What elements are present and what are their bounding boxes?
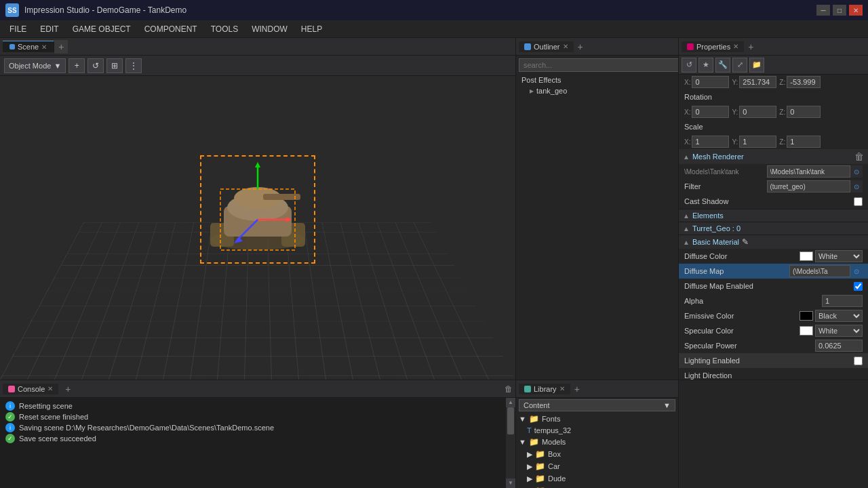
- library-item-dude[interactable]: ▶ 📁 Dude: [516, 472, 678, 485]
- emissive-color-swatch[interactable]: [800, 311, 813, 321]
- rot-z-input[interactable]: 0: [787, 106, 821, 118]
- props-icon-star[interactable]: ★: [698, 58, 713, 73]
- model-input[interactable]: [768, 168, 835, 176]
- diffuse-map-target-btn[interactable]: ⊙: [850, 265, 863, 277]
- vp-grid-btn[interactable]: ⋮: [125, 58, 142, 73]
- menu-tools[interactable]: TOOLS: [204, 23, 245, 35]
- scale-x-input[interactable]: 1: [692, 136, 729, 148]
- tab-outliner[interactable]: Outliner ✕: [519, 41, 574, 52]
- rot-y-input[interactable]: 0: [739, 106, 776, 118]
- menubar: FILE EDIT GAME OBJECT COMPONENT TOOLS WI…: [0, 20, 868, 38]
- library-item-car[interactable]: ▶ 📁 Car: [516, 460, 678, 472]
- scene-tab-add[interactable]: +: [54, 40, 68, 54]
- props-tab-close[interactable]: ✕: [733, 43, 738, 50]
- specular-color-value: White: [800, 325, 863, 337]
- alpha-input[interactable]: 1: [822, 295, 863, 307]
- library-item-box[interactable]: ▶ 📁 Box: [516, 448, 678, 460]
- elements-header[interactable]: ▲ Elements: [679, 209, 868, 222]
- maximize-button[interactable]: □: [833, 5, 846, 16]
- y-label: Y:: [732, 79, 738, 86]
- diffuse-map-enabled-checkbox[interactable]: [854, 282, 863, 291]
- library-tab-add[interactable]: +: [570, 384, 584, 394]
- library-item-models[interactable]: ▼ 📁 Models: [516, 436, 678, 448]
- turret-geo-header[interactable]: ▲ Turret_Geo : 0: [679, 222, 868, 235]
- scroll-thumb[interactable]: [507, 407, 514, 434]
- 3d-viewport[interactable]: [0, 76, 515, 380]
- console-tab-add[interactable]: +: [61, 384, 75, 394]
- filter-target-btn[interactable]: ⊙: [850, 180, 863, 192]
- menu-file[interactable]: FILE: [3, 23, 33, 35]
- outliner-tab-close[interactable]: ✕: [563, 43, 568, 50]
- cast-shadow-checkbox[interactable]: [854, 197, 863, 206]
- minimize-button[interactable]: ─: [816, 5, 830, 16]
- lighting-enabled-checkbox[interactable]: [854, 357, 863, 365]
- console-tab-close[interactable]: ✕: [47, 385, 53, 392]
- props-icon-tool[interactable]: 🔧: [715, 58, 730, 73]
- scene-tab-close[interactable]: ✕: [41, 43, 47, 51]
- close-button[interactable]: ✕: [849, 5, 863, 16]
- vp-view-btn[interactable]: ⊞: [106, 58, 123, 73]
- scale-z-input[interactable]: 1: [787, 136, 821, 148]
- outliner-item-tank-geo[interactable]: ▶ tank_geo: [516, 85, 678, 96]
- library-item-label: Dude: [548, 474, 566, 483]
- library-item-tempus32[interactable]: T tempus_32: [516, 425, 678, 436]
- library-content-dropdown[interactable]: Content ▼: [519, 399, 675, 411]
- menu-window[interactable]: WINDOW: [245, 23, 294, 35]
- pos-y-input[interactable]: [739, 76, 776, 88]
- basic-material-header[interactable]: ▲ Basic Material ✎: [679, 235, 868, 249]
- vp-refresh-btn[interactable]: ↺: [87, 58, 104, 73]
- outliner-panel: Outliner ✕ + Post Effects ▶ tank_geo: [515, 38, 678, 380]
- folder-icon: 📁: [529, 437, 539, 447]
- specular-color-dropdown[interactable]: White: [815, 325, 863, 337]
- console-clear-btn[interactable]: 🗑: [505, 384, 513, 394]
- specular-color-swatch[interactable]: [800, 326, 813, 336]
- menu-component[interactable]: COMPONENT: [138, 23, 204, 35]
- sy-label: Y:: [732, 138, 738, 146]
- rot-x-input[interactable]: 0: [692, 106, 729, 118]
- library-tab-close[interactable]: ✕: [559, 385, 565, 392]
- library-item-mo[interactable]: ▶ 📁 Mo: [516, 485, 678, 488]
- props-icon-refresh[interactable]: ↺: [682, 58, 696, 73]
- outliner-tab-add[interactable]: +: [574, 41, 587, 52]
- library-item-label: Box: [548, 450, 561, 458]
- diffuse-color-row: Diffuse Color White: [679, 249, 868, 264]
- viewport-toolbar: Object Mode ▼ + ↺ ⊞ ⋮: [0, 56, 515, 76]
- tab-console[interactable]: Console ✕: [3, 384, 58, 394]
- cast-shadow-label: Cast Shadow: [684, 197, 854, 205]
- tab-properties[interactable]: Properties ✕: [682, 41, 744, 52]
- library-item-fonts[interactable]: ▼ 📁 Fonts: [516, 413, 678, 425]
- tab-scene[interactable]: Scene ✕: [3, 41, 54, 52]
- pos-x-input[interactable]: [692, 76, 729, 88]
- z-label: Z:: [779, 79, 785, 86]
- console-panel: Console ✕ + 🗑 i Resetting scene ✓ Reset …: [0, 380, 515, 488]
- menu-help[interactable]: HELP: [294, 23, 329, 35]
- props-icon-folder[interactable]: 📁: [749, 58, 764, 73]
- mesh-renderer-header[interactable]: ▲ Mesh Renderer 🗑: [679, 149, 868, 164]
- outliner-item-post-effects[interactable]: Post Effects: [516, 75, 678, 85]
- pos-z-input[interactable]: [787, 76, 821, 88]
- tab-library[interactable]: Library ✕: [519, 384, 570, 394]
- scale-y-input[interactable]: 1: [739, 136, 776, 148]
- props-icon-share[interactable]: ⤢: [732, 58, 747, 73]
- console-scrollbar[interactable]: ▲ ▼: [506, 398, 515, 488]
- model-target-btn[interactable]: ⊙: [850, 165, 863, 178]
- diffuse-map-input[interactable]: [790, 268, 844, 275]
- menu-edit[interactable]: EDIT: [33, 23, 65, 35]
- vp-add-btn[interactable]: +: [68, 58, 85, 73]
- menu-game-object[interactable]: GAME OBJECT: [66, 23, 138, 35]
- scroll-down-btn[interactable]: ▼: [506, 479, 515, 488]
- diffuse-color-dropdown[interactable]: White: [815, 250, 863, 262]
- props-tab-add[interactable]: +: [744, 41, 757, 52]
- diffuse-color-swatch[interactable]: [800, 251, 813, 261]
- filter-input[interactable]: [768, 183, 835, 190]
- specular-power-input[interactable]: 0.0625: [815, 340, 863, 352]
- mesh-delete-btn[interactable]: 🗑: [854, 151, 864, 162]
- elements-section: ▲ Elements: [679, 209, 868, 222]
- scroll-up-btn[interactable]: ▲: [506, 398, 515, 407]
- material-edit-btn[interactable]: ✎: [742, 237, 749, 247]
- expand-icon: ▶: [527, 462, 532, 471]
- log-info-icon: i: [5, 401, 15, 411]
- mode-dropdown[interactable]: Object Mode ▼: [4, 58, 66, 73]
- emissive-color-dropdown[interactable]: Black: [815, 310, 863, 322]
- outliner-search[interactable]: [519, 58, 681, 72]
